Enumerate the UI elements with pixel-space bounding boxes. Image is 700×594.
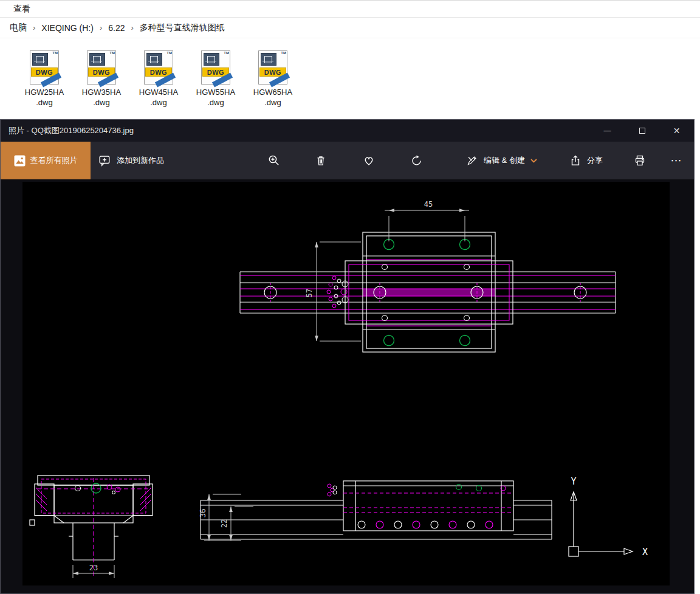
chevron-down-icon: [530, 159, 537, 163]
trademark-label: TM: [224, 51, 229, 55]
close-icon: ✕: [673, 126, 681, 136]
file-name-line2: .dwg: [139, 98, 178, 108]
plan-view: [240, 232, 616, 352]
favorite-button[interactable]: [357, 142, 381, 179]
axis-x-label: X: [642, 547, 648, 558]
file-name-line1: HGW55HA: [196, 88, 235, 98]
photo-viewer-area: 45 57 36 22 23 Y X: [1, 179, 694, 593]
file-name-line1: HGW35HA: [82, 88, 121, 98]
trademark-label: TM: [109, 51, 115, 55]
cad-sketch-icon: [261, 53, 276, 66]
dim-22: 22: [220, 519, 228, 528]
explorer-menubar: 查看: [0, 0, 700, 18]
dwg-file-icon: TM DWG: [87, 50, 116, 85]
printer-icon: [634, 154, 646, 167]
maximize-button[interactable]: [625, 120, 659, 142]
see-all-label: 查看所有照片: [30, 155, 78, 166]
breadcrumb-separator: ›: [97, 23, 105, 32]
dimensions: 45 57 36 22 23: [73, 200, 469, 578]
rotate-button[interactable]: [404, 142, 428, 179]
cad-sketch-icon: [146, 53, 162, 66]
zoom-button[interactable]: [262, 142, 286, 179]
file-item-hgw25ha[interactable]: TM DWG HGW25HA .dwg: [16, 50, 73, 108]
file-item-hgw55ha[interactable]: TM DWG HGW55HA .dwg: [187, 50, 244, 108]
edit-create-label: 编辑 & 创建: [484, 155, 525, 166]
heart-icon: [363, 154, 375, 167]
dim-23: 23: [89, 564, 98, 572]
trademark-label: TM: [281, 51, 286, 55]
window-controls: — ✕: [590, 120, 694, 142]
breadcrumb-item-subfolder[interactable]: 多种型号直线滑轨图纸: [136, 21, 228, 35]
photo-collection-icon: [14, 155, 26, 167]
breadcrumb: 电脑 › XIEQING (H:) › 6.22 › 多种型号直线滑轨图纸: [0, 18, 700, 38]
share-icon: [569, 154, 582, 167]
trash-icon: [315, 154, 327, 167]
minimize-icon: —: [604, 126, 611, 135]
add-to-creation-button[interactable]: 添加到新作品: [93, 142, 170, 179]
dwg-file-icon: TM DWG: [30, 50, 59, 85]
dwg-file-icon: TM DWG: [201, 50, 230, 85]
file-name-line2: .dwg: [25, 98, 64, 108]
ucs-axes: Y X: [569, 476, 648, 558]
axis-y-label: Y: [571, 476, 576, 487]
share-button[interactable]: 分享: [566, 142, 606, 179]
breadcrumb-separator: ›: [129, 23, 136, 32]
cad-drawing: 45 57 36 22 23 Y X: [22, 182, 670, 585]
file-item-hgw35ha[interactable]: TM DWG HGW35HA .dwg: [73, 50, 130, 108]
breadcrumb-separator: ›: [30, 23, 38, 32]
file-name-line2: .dwg: [196, 98, 235, 108]
window-title: 照片 - QQ截图20190625204736.jpg: [9, 125, 134, 136]
edit-create-button[interactable]: 编辑 & 创建: [462, 142, 541, 179]
file-name: HGW35HA .dwg: [82, 88, 121, 108]
dim-36: 36: [199, 509, 207, 517]
dwg-file-icon: TM DWG: [258, 50, 287, 85]
file-name: HGW65HA .dwg: [253, 88, 292, 108]
dim-45: 45: [424, 200, 433, 209]
add-to-album-icon: [99, 155, 111, 167]
breadcrumb-item-computer[interactable]: 电脑: [6, 21, 30, 35]
magnifier-plus-icon: [268, 154, 280, 167]
breadcrumb-item-drive[interactable]: XIEQING (H:): [38, 21, 97, 35]
file-name-line2: .dwg: [82, 98, 121, 108]
cad-sketch-icon: [89, 53, 105, 66]
photos-toolbar: 查看所有照片 添加到新作品: [1, 142, 694, 179]
end-view: [30, 475, 153, 576]
minimize-button[interactable]: —: [590, 120, 625, 142]
file-item-hgw65ha[interactable]: TM DWG HGW65HA .dwg: [244, 50, 301, 108]
file-name: HGW25HA .dwg: [25, 88, 64, 108]
file-item-hgw45ha[interactable]: TM DWG HGW45HA .dwg: [130, 50, 187, 108]
file-list: TM DWG HGW25HA .dwg TM DWG HGW35HA .dwg …: [0, 38, 700, 108]
close-button[interactable]: ✕: [659, 120, 694, 142]
menu-view-tab[interactable]: 查看: [11, 2, 33, 16]
print-button[interactable]: [628, 142, 652, 179]
delete-button[interactable]: [309, 142, 333, 179]
more-button[interactable]: ⋯: [664, 142, 688, 179]
maximize-icon: [639, 128, 645, 134]
file-name-line1: HGW45HA: [139, 88, 178, 98]
file-name-line1: HGW25HA: [25, 88, 64, 98]
photos-titlebar[interactable]: 照片 - QQ截图20190625204736.jpg — ✕: [1, 120, 694, 142]
file-name-line2: .dwg: [253, 98, 292, 108]
see-all-photos-button[interactable]: 查看所有照片: [1, 142, 91, 179]
dwg-file-icon: TM DWG: [144, 50, 173, 85]
trademark-label: TM: [52, 51, 58, 55]
trademark-label: TM: [166, 51, 172, 55]
cad-sketch-icon: [32, 53, 48, 66]
add-to-label: 添加到新作品: [117, 155, 164, 166]
photo-image[interactable]: 45 57 36 22 23 Y X: [22, 182, 670, 585]
rotate-icon: [410, 154, 423, 167]
ellipsis-icon: ⋯: [671, 154, 682, 167]
cad-sketch-icon: [204, 53, 219, 66]
photos-window: 照片 - QQ截图20190625204736.jpg — ✕ 查看所有照片: [0, 119, 695, 594]
edit-pencil-icon: [466, 154, 478, 167]
dim-57: 57: [305, 289, 314, 297]
breadcrumb-item-folder[interactable]: 6.22: [105, 21, 128, 35]
side-view: [201, 481, 552, 539]
share-label: 分享: [587, 155, 603, 166]
file-name: HGW45HA .dwg: [139, 88, 178, 108]
file-name: HGW55HA .dwg: [196, 88, 235, 108]
file-name-line1: HGW65HA: [253, 88, 292, 98]
